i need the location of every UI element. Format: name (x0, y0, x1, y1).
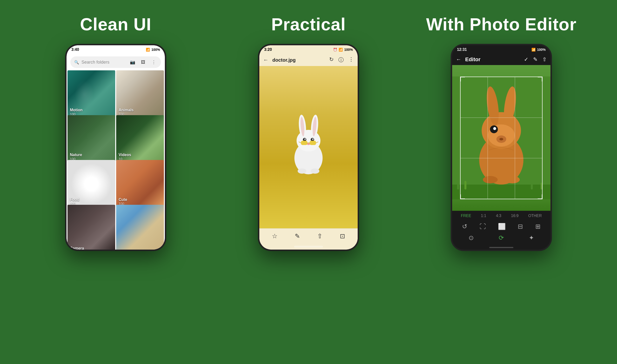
svg-rect-12 (310, 141, 316, 145)
folder-nature-label: Nature 100 (70, 153, 82, 161)
home-indicator-3 (489, 247, 513, 248)
share-icon[interactable]: ⇧ (317, 233, 322, 240)
compare-icon[interactable]: ⊟ (518, 223, 523, 230)
svg-point-8 (304, 139, 306, 140)
search-icon: 🔍 (74, 60, 79, 65)
alarm-icon: ⏰ (333, 48, 337, 52)
share-icon-editor[interactable]: ⇧ (542, 56, 547, 63)
svg-rect-31 (457, 182, 459, 190)
gallery-app: 3:40 📶 100% 🔍 Search folders 📷 🖼 (66, 45, 165, 249)
rabbit-image-view (259, 66, 358, 228)
wifi-icon: 📶 (146, 48, 150, 52)
ratio-free[interactable]: FREE (461, 214, 471, 218)
ratio-16-9[interactable]: 16:9 (511, 214, 518, 218)
crop-corner-tl (460, 77, 465, 81)
editor-action-icons: ✓ ✎ ⇧ (524, 56, 547, 63)
delete-icon[interactable]: ⊡ (340, 233, 345, 240)
phone-2-screen: 3:20 ⏰ 📶 100% ← doctor.jpg ↻ ⓘ (259, 45, 358, 249)
status-bar-2: 3:20 ⏰ 📶 100% (259, 45, 358, 54)
signal-icon: 📶 (531, 48, 536, 52)
brush-icon[interactable]: ✦ (529, 234, 534, 242)
folder-animals[interactable]: Animals 100 (116, 70, 164, 118)
editor-title: Editor (465, 56, 520, 63)
crop-grid-h2 (460, 158, 542, 158)
folder-beach[interactable] (116, 205, 164, 249)
folder-food[interactable]: Food 100 (67, 160, 115, 208)
svg-point-17 (311, 169, 319, 174)
camera-icon[interactable]: 📷 (129, 59, 136, 65)
section-title-clean-ui: Clean UI (19, 14, 212, 34)
crop-icon[interactable]: ⬜ (498, 223, 506, 230)
crop-grid-h1 (460, 117, 542, 118)
editor-header: ← Editor ✓ ✎ ⇧ (452, 54, 551, 65)
status-icons-2: ⏰ 📶 100% (333, 48, 353, 52)
battery-2: 100% (344, 48, 353, 52)
folder-camera-label: Camera (70, 246, 84, 249)
section-title-practical: Practical (212, 14, 405, 34)
status-icons-1: 📶 100% (146, 48, 160, 52)
phone-3-screen: 12:31 📶 100% ← Editor ✓ ✎ ⇧ (452, 45, 551, 249)
time-1: 3:40 (71, 47, 79, 52)
wifi-icon-2: 📶 (339, 48, 343, 52)
image-icon[interactable]: 🖼 (140, 59, 146, 65)
ratio-options-bar: FREE 1:1 4:3 16:9 OTHER (452, 211, 551, 221)
editor-tools-row-1: ↺ ⛶ ⬜ ⊟ ⊞ (452, 221, 551, 232)
back-button-3[interactable]: ← (456, 56, 461, 63)
phone-3-container: 12:31 📶 100% ← Editor ✓ ✎ ⇧ (405, 44, 598, 251)
folder-grid: Motion 100 Animals 100 (66, 70, 165, 249)
folder-cute-label: Cute 100 (118, 197, 127, 206)
ratio-other[interactable]: OTHER (528, 214, 542, 218)
rotate-icon[interactable]: ↻ (329, 56, 334, 64)
folder-nature[interactable]: Nature 100 (67, 115, 115, 163)
image-viewer-app: 3:20 ⏰ 📶 100% ← doctor.jpg ↻ ⓘ (259, 45, 358, 249)
battery-1: 100% (151, 48, 160, 52)
folder-animals-label: Animals 100 (118, 108, 133, 116)
phone-1: 3:40 📶 100% 🔍 Search folders 📷 🖼 (65, 44, 166, 251)
crop-corner-bl (460, 195, 465, 199)
flip-icon[interactable]: ⟳ (499, 234, 504, 242)
rabbit-illustration (287, 115, 330, 180)
svg-point-9 (312, 139, 313, 140)
folder-camera[interactable]: Camera (67, 205, 115, 249)
phone-1-screen: 3:40 📶 100% 🔍 Search folders 📷 🖼 (66, 45, 165, 249)
editor-image-canvas[interactable] (452, 65, 551, 211)
phone-2-container: 3:20 ⏰ 📶 100% ← doctor.jpg ↻ ⓘ (212, 44, 405, 251)
folder-motion-label: Motion 100 (70, 108, 82, 116)
battery-3: 100% (537, 48, 546, 52)
time-2: 3:20 (264, 47, 272, 52)
more-icon[interactable]: ⋮ (150, 59, 157, 65)
search-action-icons: 📷 🖼 ⋮ (129, 59, 157, 65)
more-icon-2[interactable]: ⋮ (349, 56, 354, 64)
save-icon[interactable]: ⊙ (469, 234, 474, 242)
phone-3: 12:31 📶 100% ← Editor ✓ ✎ ⇧ (451, 44, 552, 251)
pencil-icon[interactable]: ✎ (533, 56, 538, 63)
folder-cute[interactable]: Cute 100 (116, 160, 164, 208)
expand-icon[interactable]: ⛶ (480, 223, 486, 230)
folder-motion[interactable]: Motion 100 (67, 70, 115, 118)
favorite-icon[interactable]: ☆ (272, 233, 277, 240)
back-button-2[interactable]: ← (263, 57, 268, 63)
checkmark-icon[interactable]: ✓ (524, 56, 528, 63)
svg-rect-11 (301, 141, 308, 145)
time-3: 12:31 (457, 47, 467, 52)
search-input[interactable]: Search folders (81, 60, 127, 65)
viewer-toolbar: ☆ ✎ ⇧ ⊡ (259, 228, 358, 244)
crop-grid-v1 (487, 77, 488, 198)
phone-1-container: 3:40 📶 100% 🔍 Search folders 📷 🖼 (19, 44, 212, 251)
search-bar[interactable]: 🔍 Search folders 📷 🖼 ⋮ (70, 56, 161, 68)
header-row: Clean UI Practical With Photo Editor (0, 0, 617, 44)
editor-tools-row-2: ⊙ ⟳ ✦ (452, 232, 551, 246)
select-icon[interactable]: ⊞ (535, 223, 541, 230)
editor-app: 12:31 📶 100% ← Editor ✓ ✎ ⇧ (452, 45, 551, 249)
section-title-photo-editor: With Photo Editor (405, 14, 598, 34)
crop-corner-tr (538, 77, 542, 81)
ratio-4-3[interactable]: 4:3 (496, 214, 501, 218)
crop-corner-br (538, 195, 542, 199)
ratio-1-1[interactable]: 1:1 (481, 214, 486, 218)
edit-icon[interactable]: ✎ (295, 233, 300, 240)
folder-videos[interactable]: Videos 10 (116, 115, 164, 163)
info-icon[interactable]: ⓘ (338, 56, 344, 64)
rotate-left-icon[interactable]: ↺ (462, 223, 467, 230)
folder-videos-label: Videos 10 (118, 153, 131, 161)
phones-row: 3:40 📶 100% 🔍 Search folders 📷 🖼 (0, 44, 617, 364)
